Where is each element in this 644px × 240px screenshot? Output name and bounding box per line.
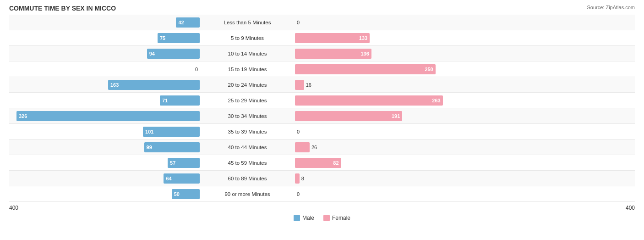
right-side: 26	[293, 140, 486, 155]
female-value-zero: 0	[297, 129, 300, 134]
left-side: 57	[9, 155, 202, 170]
axis-left: 400	[9, 205, 322, 211]
female-bar: 26	[295, 142, 310, 152]
male-value-inside: 94	[149, 51, 155, 56]
row-label: 60 to 89 Minutes	[202, 176, 293, 181]
bar-row: 42Less than 5 Minutes0	[9, 15, 635, 30]
bar-row: 755 to 9 Minutes133	[9, 30, 635, 46]
bar-row: 5090 or more Minutes0	[9, 186, 635, 202]
right-side: 191	[293, 108, 486, 123]
bar-row: 32630 to 34 Minutes191	[9, 108, 635, 124]
left-side: 101	[9, 124, 202, 139]
male-bar: 163	[108, 80, 200, 90]
female-bar: 263	[295, 95, 443, 106]
female-value-zero: 0	[297, 20, 300, 25]
female-bar: 191	[295, 111, 402, 121]
right-side: 8	[293, 171, 486, 186]
male-bar: 71	[160, 95, 200, 106]
female-value-inside: 250	[425, 67, 433, 72]
male-bar: 64	[164, 173, 200, 184]
chart-container: COMMUTE TIME BY SEX IN MICCO Source: Zip…	[0, 0, 644, 240]
row-label: 15 to 19 Minutes	[202, 67, 293, 72]
right-side: 16	[293, 77, 486, 92]
legend-female: Female	[323, 215, 350, 221]
row-label: 5 to 9 Minutes	[202, 35, 293, 41]
bar-row: 5745 to 59 Minutes82	[9, 155, 635, 171]
legend: Male Female	[9, 215, 635, 221]
right-side: 0	[293, 124, 486, 139]
male-value-inside: 57	[170, 160, 175, 166]
left-side: 71	[9, 93, 202, 108]
left-side: 94	[9, 46, 202, 61]
legend-female-label: Female	[332, 215, 350, 221]
left-side: 99	[9, 140, 202, 155]
bar-row: 6460 to 89 Minutes8	[9, 171, 635, 186]
male-value-inside: 42	[178, 20, 184, 25]
chart-title: COMMUTE TIME BY SEX IN MICCO	[9, 5, 635, 12]
source-text: Source: ZipAtlas.com	[587, 5, 635, 10]
female-bar: 133	[295, 33, 370, 43]
male-bar: 42	[176, 17, 200, 28]
male-bar: 50	[172, 189, 200, 199]
bar-row: 16320 to 24 Minutes16	[9, 77, 635, 93]
female-value-inside: 82	[333, 160, 338, 166]
row-label: 10 to 14 Minutes	[202, 51, 293, 56]
left-side: 64	[9, 171, 202, 186]
bar-row: 015 to 19 Minutes250	[9, 61, 635, 77]
male-value-inside: 71	[162, 98, 168, 103]
right-side: 133	[293, 30, 486, 45]
bars-area: 42Less than 5 Minutes0755 to 9 Minutes13…	[9, 15, 635, 202]
female-value-inside: 136	[361, 51, 369, 56]
male-value-inside: 75	[160, 35, 165, 41]
row-label: 20 to 24 Minutes	[202, 82, 293, 88]
left-side: 0	[9, 61, 202, 77]
right-side: 263	[293, 93, 486, 108]
left-side: 326	[9, 108, 202, 123]
male-value-inside: 101	[145, 129, 153, 134]
right-side: 250	[293, 61, 486, 77]
female-bar: 136	[295, 49, 371, 59]
row-label: 30 to 34 Minutes	[202, 113, 293, 119]
female-value-inside: 263	[432, 98, 440, 103]
male-bar: 99	[144, 142, 200, 152]
male-value-inside: 50	[174, 191, 180, 197]
right-side: 0	[293, 186, 486, 201]
male-value-inside: 99	[147, 145, 152, 150]
female-bar: 8	[295, 173, 300, 184]
row-label: 40 to 44 Minutes	[202, 145, 293, 150]
female-value-inside: 191	[392, 113, 400, 119]
right-side: 136	[293, 46, 486, 61]
male-value-zero: 0	[195, 67, 198, 72]
male-value-inside: 326	[19, 113, 27, 119]
male-value-inside: 163	[110, 82, 119, 88]
right-side: 0	[293, 15, 486, 30]
male-value-inside: 64	[166, 176, 171, 181]
legend-male-label: Male	[302, 215, 314, 221]
legend-female-box	[323, 215, 330, 221]
female-bar: 16	[295, 80, 304, 90]
row-label: 25 to 29 Minutes	[202, 98, 293, 103]
female-value-zero: 0	[297, 191, 300, 197]
male-bar: 326	[16, 111, 200, 121]
bar-row: 9410 to 14 Minutes136	[9, 46, 635, 61]
female-value-inside: 133	[359, 35, 367, 41]
row-label: 45 to 59 Minutes	[202, 160, 293, 166]
female-bar: 250	[295, 64, 436, 74]
right-side: 82	[293, 155, 486, 170]
female-value-outside: 26	[311, 145, 317, 150]
male-bar: 75	[158, 33, 200, 43]
female-bar: 82	[295, 158, 341, 168]
bar-row: 9940 to 44 Minutes26	[9, 140, 635, 155]
male-bar: 94	[147, 49, 200, 59]
bar-row: 7125 to 29 Minutes263	[9, 93, 635, 108]
row-label: 35 to 39 Minutes	[202, 129, 293, 134]
legend-male-box	[294, 215, 300, 221]
male-bar: 57	[168, 158, 200, 168]
bar-row: 10135 to 39 Minutes0	[9, 124, 635, 140]
male-bar: 101	[143, 127, 200, 137]
row-label: Less than 5 Minutes	[202, 20, 293, 25]
female-value-outside: 16	[306, 82, 311, 88]
left-side: 75	[9, 30, 202, 45]
left-side: 163	[9, 77, 202, 92]
left-side: 42	[9, 15, 202, 30]
